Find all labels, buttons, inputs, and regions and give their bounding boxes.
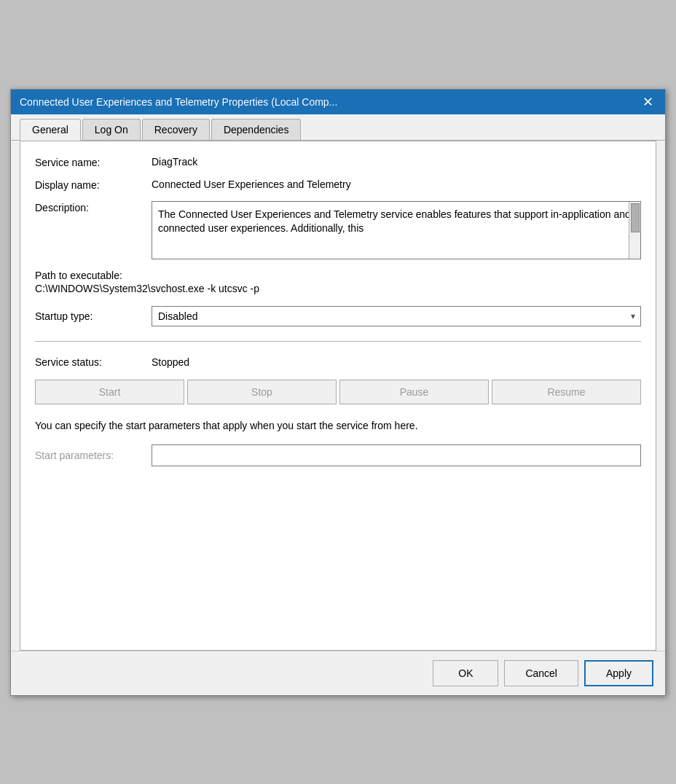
startup-label: Startup type: [35, 310, 152, 322]
cancel-button[interactable]: Cancel [504, 660, 578, 686]
path-label: Path to executable: [35, 270, 641, 281]
resume-button[interactable]: Resume [492, 380, 641, 404]
hint-text: You can specify the start parameters tha… [35, 419, 641, 434]
pause-button[interactable]: Pause [339, 380, 489, 404]
path-section: Path to executable: C:\WINDOWS\System32\… [35, 270, 641, 294]
service-name-row: Service name: DiagTrack [35, 156, 641, 168]
startup-select-wrapper: Automatic Automatic (Delayed Start) Manu… [152, 306, 641, 326]
service-name-value: DiagTrack [152, 156, 197, 168]
description-text: The Connected User Experiences and Telem… [158, 208, 631, 235]
stop-button[interactable]: Stop [187, 380, 337, 404]
title-bar: Connected User Experiences and Telemetry… [11, 90, 665, 114]
tab-content: Service name: DiagTrack Display name: Co… [20, 141, 656, 651]
display-name-label: Display name: [35, 179, 152, 191]
window-title: Connected User Experiences and Telemetry… [20, 96, 640, 108]
description-row: Description: The Connected User Experien… [35, 201, 641, 259]
description-scrollbar[interactable] [629, 202, 640, 259]
tab-general[interactable]: General [20, 119, 81, 141]
startup-row: Startup type: Automatic Automatic (Delay… [35, 306, 641, 326]
ok-button[interactable]: OK [433, 660, 498, 686]
params-label: Start parameters: [35, 450, 152, 461]
params-row: Start parameters: [35, 444, 641, 466]
close-button[interactable]: ✕ [640, 95, 656, 109]
tab-bar: General Log On Recovery Dependencies [11, 114, 665, 141]
params-input[interactable] [152, 444, 641, 466]
display-name-row: Display name: Connected User Experiences… [35, 179, 641, 191]
tab-logon[interactable]: Log On [82, 119, 141, 140]
section-divider [35, 341, 641, 342]
main-window: Connected User Experiences and Telemetry… [10, 89, 666, 696]
display-name-value: Connected User Experiences and Telemetry [152, 179, 351, 190]
description-label: Description: [35, 201, 152, 213]
status-label: Service status: [35, 356, 152, 368]
status-value: Stopped [152, 356, 189, 368]
tab-recovery[interactable]: Recovery [142, 119, 210, 140]
scrollbar-thumb [631, 203, 640, 232]
path-value: C:\WINDOWS\System32\svchost.exe -k utcsv… [35, 283, 641, 294]
startup-type-select[interactable]: Automatic Automatic (Delayed Start) Manu… [152, 306, 641, 326]
description-box: The Connected User Experiences and Telem… [152, 201, 641, 259]
start-button[interactable]: Start [35, 380, 184, 404]
service-name-label: Service name: [35, 156, 152, 168]
apply-button[interactable]: Apply [584, 660, 653, 686]
service-buttons: Start Stop Pause Resume [35, 380, 641, 404]
status-row: Service status: Stopped [35, 356, 641, 368]
tab-dependencies[interactable]: Dependencies [211, 119, 302, 140]
dialog-footer: OK Cancel Apply [11, 651, 665, 695]
